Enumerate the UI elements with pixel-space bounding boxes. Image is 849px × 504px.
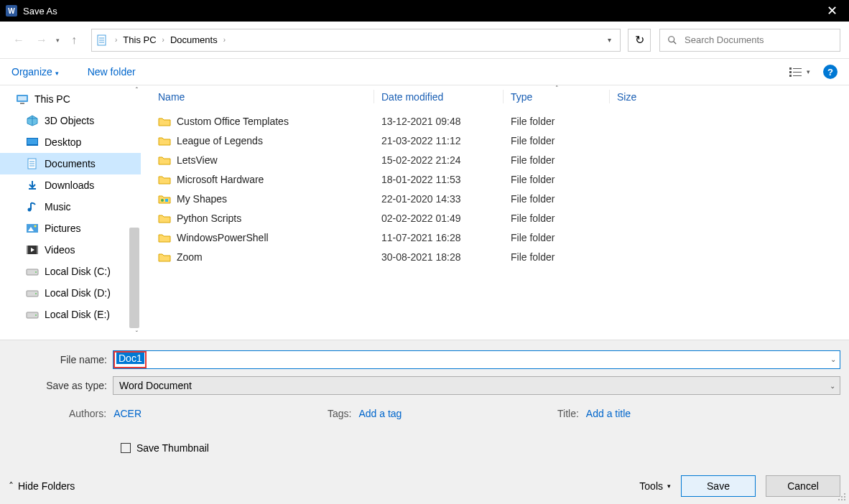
window-title: Save As — [23, 6, 57, 17]
svg-point-41 — [844, 493, 845, 495]
sidebar-item-local-disk-d-[interactable]: Local Disk (D:) — [0, 282, 141, 304]
disk-icon — [26, 309, 39, 320]
search-input[interactable]: Search Documents — [659, 29, 840, 52]
close-icon[interactable]: ✕ — [821, 3, 843, 19]
downloads-icon — [26, 179, 39, 191]
svg-line-5 — [674, 41, 677, 44]
tags-value[interactable]: Add a tag — [358, 408, 402, 419]
authors-value[interactable]: ACER — [113, 408, 142, 419]
svg-point-25 — [28, 208, 32, 212]
table-row[interactable]: Microsoft Hardware18-01-2022 11:53File f… — [141, 169, 849, 189]
address-bar[interactable]: › This PC › Documents › ▾ — [91, 29, 621, 52]
organize-button[interactable]: Organize ▾ — [11, 66, 59, 78]
chevron-right-icon[interactable]: › — [221, 36, 228, 44]
sidebar-item-desktop[interactable]: Desktop — [0, 131, 141, 153]
tags-label: Tags: — [328, 408, 351, 419]
this-pc-icon — [16, 93, 29, 105]
folder-icon — [158, 194, 171, 204]
table-row[interactable]: LetsView15-02-2022 21:24File folder — [141, 150, 849, 169]
svg-point-38 — [35, 314, 37, 316]
new-folder-button[interactable]: New folder — [88, 66, 136, 78]
svg-point-4 — [669, 36, 674, 42]
svg-rect-14 — [20, 103, 24, 104]
svg-rect-10 — [789, 75, 792, 77]
hide-folders-button[interactable]: ˄ Hide Folders — [9, 480, 75, 492]
back-button[interactable]: ← — [9, 30, 29, 50]
sidebar-item-pictures[interactable]: Pictures — [0, 218, 141, 239]
history-dropdown[interactable]: ▾ — [55, 37, 61, 44]
svg-point-28 — [34, 225, 37, 228]
sidebar: ˆ This PC 3D ObjectsDesktopDocumentsDown… — [0, 85, 141, 340]
view-options-button[interactable]: ▾ — [789, 67, 810, 77]
sidebar-scrollbar-thumb[interactable] — [129, 228, 139, 328]
sidebar-item-3d-objects[interactable]: 3D Objects — [0, 110, 141, 131]
table-row[interactable]: WindowsPowerShell11-07-2021 16:28File fo… — [141, 228, 849, 247]
save-thumbnail-checkbox[interactable] — [121, 443, 131, 453]
folder-icon — [158, 252, 171, 262]
forward-button[interactable]: → — [32, 30, 52, 50]
column-size[interactable]: Size — [610, 85, 682, 108]
svg-point-39 — [161, 199, 164, 202]
column-date[interactable]: Date modified — [374, 85, 504, 108]
cancel-button[interactable]: Cancel — [766, 475, 840, 497]
refresh-button[interactable]: ↻ — [628, 29, 651, 52]
search-icon — [667, 35, 677, 45]
svg-rect-9 — [793, 72, 802, 73]
svg-rect-7 — [793, 68, 802, 69]
up-button[interactable]: ↑ — [64, 30, 84, 50]
sort-indicator-icon: ˄ — [555, 85, 559, 92]
svg-rect-11 — [793, 75, 802, 76]
documents-icon — [96, 34, 108, 46]
disk-icon — [26, 287, 39, 299]
sidebar-item-documents[interactable]: Documents — [0, 153, 141, 174]
chevron-right-icon[interactable]: › — [159, 36, 167, 44]
column-type[interactable]: Type˄ — [504, 85, 610, 108]
sidebar-scroll-down[interactable]: ˇ — [136, 330, 138, 338]
table-row[interactable]: Python Scripts02-02-2022 01:49File folde… — [141, 208, 849, 228]
videos-icon — [26, 244, 39, 256]
body: ˆ This PC 3D ObjectsDesktopDocumentsDown… — [0, 85, 849, 340]
sidebar-item-local-disk-c-[interactable]: Local Disk (C:) — [0, 261, 141, 282]
sidebar-item-local-disk-e-[interactable]: Local Disk (E:) — [0, 304, 141, 325]
address-dropdown[interactable]: ▾ — [603, 36, 616, 44]
music-icon — [26, 201, 39, 213]
svg-point-44 — [844, 499, 845, 500]
sidebar-item-music[interactable]: Music — [0, 196, 141, 218]
folder-icon — [158, 213, 171, 223]
bottom-panel: File name: Doc1 ⌄ Save as type: Word Doc… — [0, 340, 849, 504]
breadcrumb-current[interactable]: Documents — [167, 34, 221, 45]
search-placeholder: Search Documents — [685, 34, 764, 45]
navigation-bar: ← → ▾ ↑ › This PC › Documents › ▾ ↻ Sear… — [0, 22, 849, 59]
filename-dropdown[interactable]: ⌄ — [830, 355, 836, 363]
folder-icon — [158, 155, 171, 165]
svg-point-36 — [35, 293, 37, 294]
filename-label: File name: — [9, 354, 113, 365]
svg-point-43 — [841, 496, 843, 498]
save-button[interactable]: Save — [681, 475, 756, 497]
savetype-label: Save as type: — [9, 380, 113, 391]
column-name[interactable]: Name — [141, 85, 374, 108]
authors-label: Authors: — [69, 408, 106, 419]
svg-rect-8 — [789, 71, 792, 73]
title-value[interactable]: Add a title — [586, 408, 631, 419]
sidebar-item-downloads[interactable]: Downloads — [0, 174, 141, 196]
table-row[interactable]: My Shapes22-01-2020 14:33File folder — [141, 189, 849, 208]
table-row[interactable]: Zoom30-08-2021 18:28File folder — [141, 247, 849, 266]
sidebar-item-videos[interactable]: Videos — [0, 239, 141, 261]
folder-icon — [158, 174, 171, 185]
sidebar-this-pc[interactable]: This PC — [0, 88, 141, 110]
filename-input[interactable] — [113, 350, 840, 369]
svg-rect-13 — [18, 96, 27, 101]
breadcrumb-root[interactable]: This PC — [120, 34, 159, 45]
3d-icon — [26, 115, 39, 126]
chevron-right-icon[interactable]: › — [112, 36, 120, 44]
table-row[interactable]: League of Legends21-03-2022 11:12File fo… — [141, 131, 849, 150]
table-row[interactable]: Custom Office Templates13-12-2021 09:48F… — [141, 111, 849, 131]
resize-grip[interactable] — [838, 493, 848, 503]
tools-button[interactable]: Tools ▾ — [639, 480, 671, 492]
savetype-combo[interactable]: Word Document ⌄ — [113, 376, 840, 395]
word-app-icon: W — [6, 5, 17, 17]
sidebar-scroll-up[interactable]: ˆ — [136, 87, 138, 95]
chevron-down-icon: ▾ — [667, 482, 671, 490]
help-button[interactable]: ? — [823, 65, 838, 79]
